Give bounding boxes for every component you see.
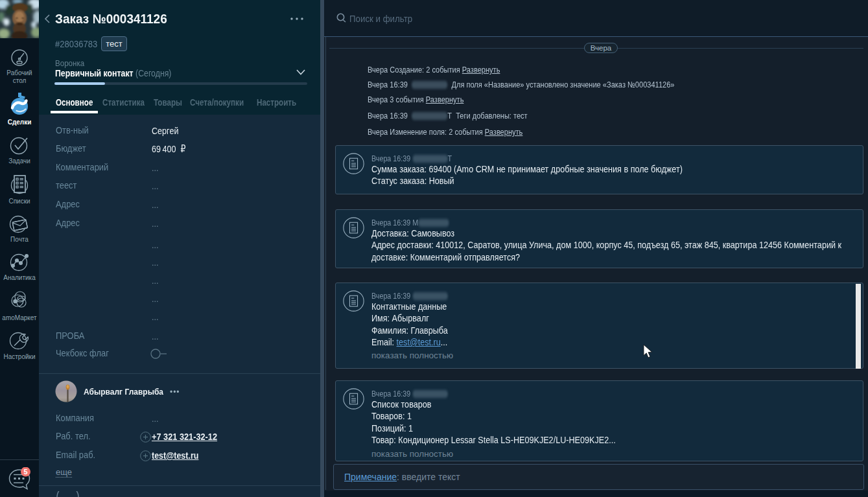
- svg-text:5: 5: [23, 468, 27, 476]
